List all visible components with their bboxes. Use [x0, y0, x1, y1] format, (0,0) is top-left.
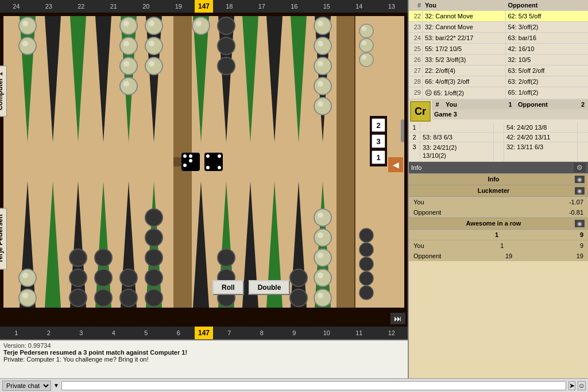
svg-point-56: [218, 249, 235, 266]
svg-point-65: [318, 273, 323, 278]
luckmeter-eye-button[interactable]: ◉: [575, 187, 585, 195]
svg-point-83: [123, 41, 129, 46]
svg-point-45: [145, 57, 163, 75]
svg-rect-27: [336, 16, 355, 308]
awesome-eye-button[interactable]: ◉: [575, 220, 585, 227]
num-16: 16: [278, 0, 311, 13]
board-svg: [3, 16, 404, 308]
gear-button[interactable]: ⚙: [574, 163, 586, 172]
chat-emoji-button[interactable]: ☺: [578, 381, 586, 390]
svg-point-100: [362, 55, 366, 60]
move-row-26[interactable]: 26 33: 5/2 3/off(3) 32: 10/5: [409, 55, 588, 65]
move-row-23[interactable]: 23 32: Cannot Move 54: 3/off(2): [409, 22, 588, 33]
svg-point-70: [19, 269, 36, 286]
svg-point-88: [69, 249, 87, 266]
roll-button[interactable]: Roll: [212, 280, 244, 295]
svg-point-73: [218, 17, 235, 34]
svg-point-49: [145, 289, 163, 306]
info-tab-label[interactable]: Info: [411, 164, 421, 171]
svg-point-67: [318, 232, 323, 238]
move-row-24[interactable]: 24 53: bar/22* 22/17 63: bar/16: [409, 33, 588, 44]
svg-point-79: [120, 37, 137, 55]
svg-point-103: [359, 257, 373, 271]
move-row-29[interactable]: 29 ☹ 65: 1/off(2) 65: 1/off(2): [409, 87, 588, 99]
svg-point-77: [196, 21, 202, 26]
svg-point-80: [120, 57, 137, 75]
svg-point-102: [359, 271, 373, 285]
awesome-header-row: 19: [409, 230, 588, 240]
svg-point-47: [149, 41, 154, 46]
svg-point-32: [22, 41, 28, 46]
svg-point-93: [120, 269, 137, 286]
svg-point-96: [359, 38, 373, 52]
svg-rect-116: [401, 119, 404, 142]
svg-point-89: [95, 289, 112, 306]
svg-point-30: [19, 37, 36, 55]
chat-type-select[interactable]: Private chat: [2, 381, 51, 391]
svg-point-97: [359, 53, 373, 67]
num-5: 5: [130, 327, 163, 339]
svg-point-61: [314, 249, 331, 266]
svg-point-51: [145, 249, 163, 266]
score-row-2[interactable]: 2 53: 8/3 6/3 42: 24/20 13/11: [409, 133, 588, 142]
chat-dropdown-arrow: ▼: [53, 382, 59, 389]
arrow-left-button[interactable]: ◀: [388, 157, 403, 172]
score-row-3[interactable]: 3 33: 24/21(2)13/10(2) 32: 13/11 6/3: [409, 142, 588, 162]
svg-point-98: [362, 26, 366, 31]
svg-point-62: [314, 229, 331, 246]
num-24: 24: [0, 0, 33, 13]
player1-name: Computer 1: [0, 72, 4, 110]
info-eye-button[interactable]: ◉: [575, 176, 585, 183]
move-row-25[interactable]: 25 55: 17/2 10/5 42: 16/10: [409, 44, 588, 55]
svg-point-76: [192, 17, 210, 34]
double-button[interactable]: Double: [249, 280, 291, 295]
num-20: 20: [130, 0, 163, 13]
num-10: 10: [311, 327, 343, 339]
svg-point-68: [318, 212, 323, 218]
svg-point-31: [22, 21, 28, 26]
svg-point-69: [19, 289, 36, 306]
cube-bottom: 147: [195, 327, 213, 339]
num-2: 2: [33, 327, 65, 339]
cr-badge: Cr: [410, 101, 431, 122]
awesome-title: Awesome in a row: [412, 220, 575, 227]
side-die-2: 3: [372, 134, 385, 148]
svg-point-91: [95, 249, 112, 266]
game-score: Cr # You 1 Opponent 2 Game 3 1: [409, 99, 588, 162]
luckmeter-you-row: You -1.07: [409, 197, 588, 207]
game-label: Game 3: [432, 110, 588, 119]
svg-point-71: [22, 293, 28, 298]
num-15: 15: [311, 0, 343, 13]
num-17: 17: [246, 0, 278, 13]
svg-point-38: [318, 21, 323, 26]
side-die-1: 2: [372, 118, 385, 132]
svg-point-58: [290, 269, 307, 286]
svg-point-85: [123, 81, 129, 87]
svg-point-105: [359, 228, 373, 242]
chat-send-button[interactable]: ➤: [568, 381, 575, 390]
move-row-27[interactable]: 27 22: 2/off(4) 63: 5/off 2/off: [409, 65, 588, 76]
awesome-you-row: You 1 9: [409, 240, 588, 251]
move-list-header: # You Opponent: [409, 0, 588, 11]
num-18: 18: [213, 0, 246, 13]
num-23: 23: [33, 0, 65, 13]
svg-point-86: [69, 289, 87, 306]
svg-point-101: [359, 286, 373, 300]
svg-point-110: [189, 154, 192, 158]
chat-bar: Private chat ▼ ➤ ☺: [0, 378, 588, 392]
game-log: Version: 0.99734 Terje Pedersen resumed …: [0, 339, 408, 378]
svg-point-57: [290, 289, 307, 306]
move-row-28[interactable]: 28 66: 4/off(3) 2/off 63: 2/off(2): [409, 76, 588, 87]
svg-point-99: [362, 41, 366, 45]
info-section: Info ◉ Luckmeter ◉ You -1.07 Opponent -0…: [409, 173, 588, 218]
svg-point-34: [314, 37, 331, 55]
score-row-1[interactable]: 1 54: 24/20 13/8: [409, 123, 588, 133]
move-row-22[interactable]: 22 32: Cannot Move 62: 5/3 5/off: [409, 11, 588, 22]
private-text: Private: Computer 1: You challenge me? B…: [3, 356, 404, 363]
svg-point-33: [314, 17, 331, 34]
fast-forward-button[interactable]: ⏭: [390, 313, 405, 324]
svg-point-112: [206, 154, 210, 158]
num-9: 9: [278, 327, 311, 339]
svg-point-44: [145, 37, 163, 55]
chat-input[interactable]: [61, 381, 566, 390]
